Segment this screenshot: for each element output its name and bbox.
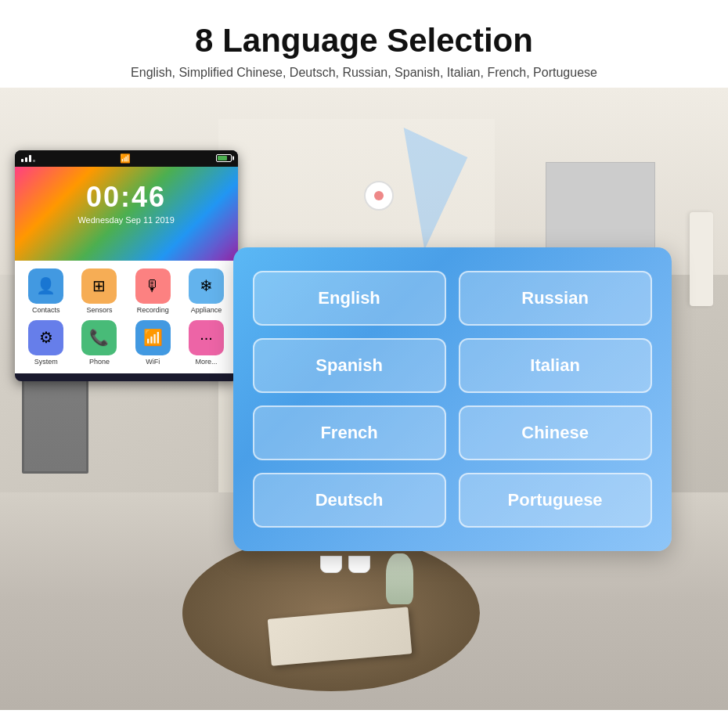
page-header: 8 Language Selection English, Simplified…: [0, 0, 728, 88]
scene-container: 📶 00:46 Wednesday Sep 11 2019 👤 Contacts…: [0, 88, 728, 710]
vase: [386, 553, 413, 604]
phone-battery-icon: [216, 154, 232, 162]
lang-button-spanish[interactable]: Spanish: [253, 338, 446, 393]
phone-battery-fill: [218, 156, 227, 160]
lang-button-french[interactable]: French: [253, 405, 446, 460]
wifi-icon[interactable]: 📶: [135, 320, 171, 355]
phone-app-sensors[interactable]: ⊞ Sensors: [76, 268, 123, 314]
phone-apps-grid: 👤 Contacts ⊞ Sensors 🎙 Recording ❄ Appli…: [15, 261, 238, 373]
sensors-label: Sensors: [86, 306, 112, 314]
lang-button-portuguese[interactable]: Portuguese: [459, 473, 652, 528]
lang-button-chinese[interactable]: Chinese: [459, 405, 652, 460]
appliance-label: Appliance: [191, 306, 222, 314]
right-wall-panel: [690, 212, 713, 306]
lang-button-deutsch[interactable]: Deutsch: [253, 473, 446, 528]
small-device-inner: [374, 191, 384, 200]
sensors-icon[interactable]: ⊞: [81, 268, 117, 304]
cups: [320, 556, 370, 573]
language-grid: English Russian Spanish Italian French C…: [253, 271, 652, 528]
cup-1: [320, 556, 342, 573]
phone-time: 00:46: [15, 181, 238, 214]
phone-icon[interactable]: 📞: [81, 320, 117, 355]
lang-button-english[interactable]: English: [253, 271, 446, 326]
phone-app-recording[interactable]: 🎙 Recording: [129, 268, 176, 314]
contacts-label: Contacts: [32, 306, 60, 314]
cup-2: [348, 556, 370, 573]
phone-app-appliance[interactable]: ❄ Appliance: [182, 268, 229, 314]
contacts-icon[interactable]: 👤: [28, 268, 63, 304]
lang-button-italian[interactable]: Italian: [459, 338, 652, 393]
system-label: System: [34, 358, 58, 366]
more-label: More...: [195, 358, 217, 366]
phone-wifi-icon: 📶: [120, 153, 131, 164]
small-device: [364, 181, 394, 211]
phone-status-bar: 📶: [15, 150, 238, 167]
language-selection-panel: English Russian Spanish Italian French C…: [233, 247, 672, 551]
phone-label: Phone: [89, 358, 110, 366]
phone-app-system[interactable]: ⚙ System: [23, 320, 70, 366]
recording-label: Recording: [137, 306, 169, 314]
phone-app-phone[interactable]: 📞 Phone: [76, 320, 123, 366]
wifi-label: WiFi: [146, 358, 160, 366]
recording-icon[interactable]: 🎙: [135, 268, 171, 304]
phone-app-wifi[interactable]: 📶 WiFi: [129, 320, 176, 366]
more-icon[interactable]: ···: [189, 320, 224, 355]
phone-app-more[interactable]: ··· More...: [182, 320, 229, 366]
phone-signal-icon: [21, 155, 35, 162]
lang-button-russian[interactable]: Russian: [459, 271, 652, 326]
phone-app-contacts[interactable]: 👤 Contacts: [23, 268, 70, 314]
phone-time-area: 00:46 Wednesday Sep 11 2019: [15, 181, 238, 225]
phone-device: 📶 00:46 Wednesday Sep 11 2019 👤 Contacts…: [15, 150, 238, 381]
page-subtitle: English, Simplified Chinese, Deutsch, Ru…: [16, 66, 712, 80]
phone-date: Wednesday Sep 11 2019: [15, 215, 238, 225]
system-icon[interactable]: ⚙: [28, 320, 63, 355]
appliance-icon[interactable]: ❄: [189, 268, 224, 304]
page-title: 8 Language Selection: [16, 22, 712, 59]
